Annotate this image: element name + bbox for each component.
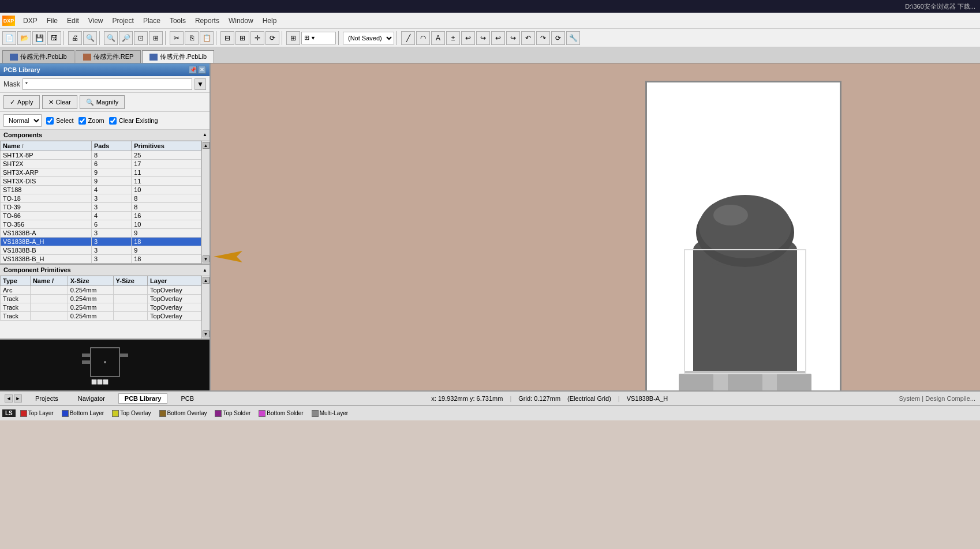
menu-tools[interactable]: Tools (165, 16, 190, 26)
table-row[interactable]: SHT1X-8P 8 25 (1, 151, 201, 160)
menu-help[interactable]: Help (258, 16, 282, 26)
menu-place[interactable]: Place (139, 16, 165, 26)
select-all-button[interactable]: ⊟ (220, 31, 234, 45)
primitives-scroll-up[interactable]: ▲ (203, 268, 207, 273)
zoom-fit-button[interactable]: ⊡ (134, 31, 148, 45)
clear-existing-checkbox[interactable] (109, 117, 117, 125)
table-row[interactable]: TO-18 3 8 (1, 194, 201, 203)
table-row[interactable]: SHT3X-ARP 9 11 (1, 168, 201, 177)
table-row[interactable]: VS1838B-A_H 3 18 (1, 238, 201, 246)
redo3-button[interactable]: ↷ (536, 31, 550, 45)
draw-special-button[interactable]: ± (446, 31, 460, 45)
inspector-button[interactable]: 🔧 (566, 31, 580, 45)
deselect-button[interactable]: ⊞ (235, 31, 249, 45)
cut-button[interactable]: ✂ (170, 31, 184, 45)
tab-navigator[interactable]: Navigator (72, 393, 111, 404)
nav-prev-btn[interactable]: ◄ (5, 394, 13, 403)
list-item[interactable]: Track 0.254mm TopOverlay (1, 295, 201, 303)
print-button[interactable]: 🖨 (68, 31, 82, 45)
menu-project[interactable]: Project (108, 16, 139, 26)
pin-button[interactable]: 📌 (189, 66, 197, 74)
clear-existing-checkbox-label[interactable]: Clear Existing (109, 117, 158, 125)
menu-edit[interactable]: Edit (62, 16, 84, 26)
clear-button[interactable]: ✕ Clear (42, 95, 77, 109)
magnify-button[interactable]: 🔍 Magnify (80, 95, 125, 109)
scroll-down-btn[interactable]: ▼ (203, 255, 210, 262)
tab-pcblib-2[interactable]: 传感元件.PcbLib (142, 50, 214, 63)
layer-top-solder[interactable]: Top Solder (211, 409, 254, 418)
prim-scroll-up-btn[interactable]: ▲ (203, 277, 210, 284)
refresh-button[interactable]: ⟳ (551, 31, 565, 45)
table-row[interactable]: SHT3X-DIS 9 11 (1, 177, 201, 186)
list-item[interactable]: Arc 0.254mm TopOverlay (1, 286, 201, 295)
menu-file[interactable]: File (42, 16, 62, 26)
print-preview-button[interactable]: 🔍 (83, 31, 97, 45)
layer-bottom[interactable]: Bottom Layer (58, 409, 107, 418)
components-scroll-up[interactable]: ▲ (203, 133, 207, 137)
table-row[interactable]: TO-66 4 16 (1, 212, 201, 220)
zoom-checkbox-label[interactable]: Zoom (78, 117, 104, 125)
draw-line-button[interactable]: ╱ (401, 31, 415, 45)
table-row[interactable]: VS1838B-A 3 9 (1, 229, 201, 238)
layer-top-overlay[interactable]: Top Overlay (109, 409, 154, 418)
layer-bottom-overlay[interactable]: Bottom Overlay (156, 409, 211, 418)
copy-button[interactable]: ⎘ (185, 31, 199, 45)
list-item[interactable]: Track 0.254mm TopOverlay (1, 303, 201, 312)
grid-btn[interactable]: ⊞ (286, 31, 300, 45)
grid-dropdown-btn[interactable]: ▼ (311, 35, 316, 41)
tab-pcb-library[interactable]: PCB Library (118, 393, 168, 404)
zoom-checkbox[interactable] (78, 117, 86, 125)
undo2-button[interactable]: ↩ (491, 31, 505, 45)
components-scrollbar[interactable]: ▲ ▼ (201, 141, 210, 264)
not-saved-select[interactable]: (Not Saved) (343, 32, 394, 44)
mask-dropdown[interactable]: ▼ (194, 78, 206, 90)
apply-button[interactable]: ✓ Apply (3, 95, 40, 109)
close-panel-button[interactable]: ✕ (198, 66, 206, 74)
select-checkbox[interactable] (46, 117, 54, 125)
viewer[interactable]: ✕ (211, 63, 980, 390)
layer-multi[interactable]: Multi-Layer (308, 409, 351, 418)
list-item[interactable]: Track 0.254mm TopOverlay (1, 312, 201, 321)
undo-button[interactable]: ↩ (461, 31, 475, 45)
draw-arc-button[interactable]: ◠ (416, 31, 430, 45)
tab-pcblib-1[interactable]: 传感元件.PcbLib (2, 50, 74, 63)
redo-button[interactable]: ↪ (476, 31, 490, 45)
nav-next-btn[interactable]: ► (14, 394, 22, 403)
draw-text-button[interactable]: A (431, 31, 445, 45)
menu-dxp[interactable]: DXP (18, 16, 42, 26)
redo2-button[interactable]: ↪ (506, 31, 520, 45)
mask-input[interactable] (23, 78, 192, 90)
normal-select[interactable]: Normal (3, 114, 42, 127)
table-row[interactable]: TO-39 3 8 (1, 203, 201, 212)
save-button[interactable]: 💾 (32, 31, 46, 45)
table-row[interactable]: VS1838B-B 3 9 (1, 246, 201, 255)
table-row[interactable]: SHT2X 6 17 (1, 160, 201, 168)
layer-bottom-solder[interactable]: Bottom Solder (255, 409, 306, 418)
components-scroll-area[interactable]: Name / Pads Primitives SHT1X-8P 8 25 SHT… (0, 141, 201, 264)
select-checkbox-label[interactable]: Select (46, 117, 74, 125)
zoom-out-button[interactable]: 🔎 (119, 31, 133, 45)
menu-view[interactable]: View (84, 16, 108, 26)
prim-scroll-down-btn[interactable]: ▼ (203, 330, 210, 337)
save-all-button[interactable]: 🖫 (47, 31, 61, 45)
zoom-area-button[interactable]: ⊞ (149, 31, 163, 45)
menu-window[interactable]: Window (224, 16, 258, 26)
table-row[interactable]: TO-356 6 10 (1, 220, 201, 229)
tab-rep[interactable]: 传感元件.REP (76, 50, 141, 63)
table-row[interactable]: VS1838B-B_H 3 18 (1, 255, 201, 264)
zoom-in-button[interactable]: 🔍 (104, 31, 118, 45)
tab-pcb[interactable]: PCB (174, 393, 200, 404)
menu-reports[interactable]: Reports (190, 16, 224, 26)
rotate-button[interactable]: ⟳ (265, 31, 279, 45)
new-button[interactable]: 📄 (2, 31, 16, 45)
layer-top[interactable]: Top Layer (17, 409, 57, 418)
move-button[interactable]: ✛ (250, 31, 264, 45)
open-button[interactable]: 📂 (17, 31, 31, 45)
table-row[interactable]: ST188 4 10 (1, 186, 201, 194)
primitives-scrollbar[interactable]: ▲ ▼ (201, 276, 210, 339)
primitives-scroll-area[interactable]: Type Name / X-Size Y-Size Layer Arc 0.25… (0, 276, 201, 339)
tab-projects[interactable]: Projects (29, 393, 65, 404)
scroll-up-btn[interactable]: ▲ (203, 142, 210, 149)
paste-button[interactable]: 📋 (200, 31, 214, 45)
layer-ls[interactable]: LS (2, 409, 16, 417)
